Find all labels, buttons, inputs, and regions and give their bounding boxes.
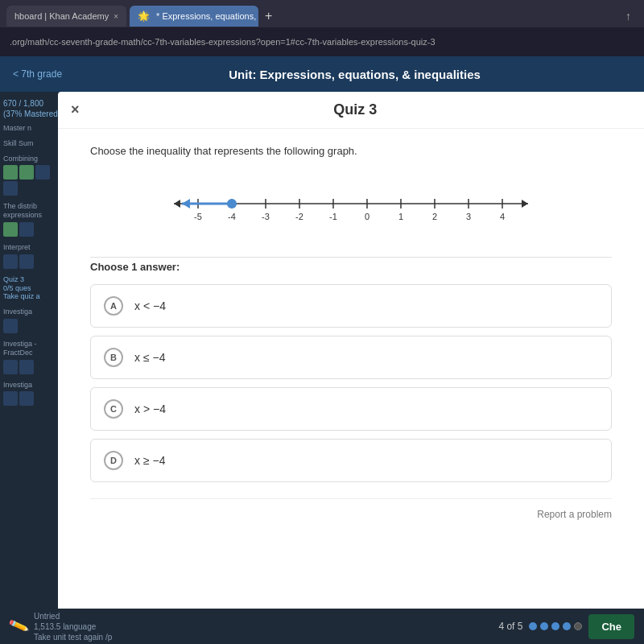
progress-section: 4 of 5 Che <box>498 614 634 639</box>
answer-option-c[interactable]: C x > −4 <box>90 387 612 431</box>
quiz-body: Choose the inequality that represents th… <box>58 129 644 644</box>
option-text-a: x < −4 <box>134 299 166 312</box>
answer-option-d[interactable]: D x ≥ −4 <box>90 439 612 482</box>
sidebar-label-5: Investiga <box>3 308 61 316</box>
bottom-info-line1: Untried <box>34 611 112 621</box>
sidebar-label-6: Investiga - FractDec <box>3 340 61 357</box>
sidebar-section-6: Investiga - FractDec <box>3 340 61 374</box>
tab-dashboard[interactable]: hboard | Khan Academy × <box>6 6 126 27</box>
option-letter-c: C <box>110 404 117 414</box>
option-letter-b: B <box>110 353 117 362</box>
progress-dot-1 <box>529 622 537 630</box>
tab-label: hboard | Khan Academy <box>14 11 109 21</box>
svg-text:2: 2 <box>432 212 437 221</box>
option-letter-a: A <box>110 301 117 311</box>
sidebar-icon <box>35 165 50 180</box>
sidebar-icon <box>3 222 18 237</box>
sidebar-icon <box>19 360 34 374</box>
number-line-dot <box>227 199 237 208</box>
sidebar-icon <box>3 181 18 196</box>
bottom-bar: ✏️ Untried 1,513.5 language Take unit te… <box>0 609 644 644</box>
quiz-modal: × Quiz 3 Choose the inequality that repr… <box>58 92 644 644</box>
quiz-title: Quiz 3 <box>80 101 631 118</box>
ka-header: < 7th grade Unit: Expressions, equations… <box>0 56 644 92</box>
report-problem-button[interactable]: Report a problem <box>537 509 612 520</box>
sidebar-section-2: Combining <box>3 155 61 196</box>
svg-text:4: 4 <box>500 212 505 221</box>
sidebar-icon <box>19 222 34 237</box>
svg-text:3: 3 <box>466 212 471 221</box>
browser-chrome: hboard | Khan Academy × 🌟 * Expressions,… <box>0 0 644 56</box>
sidebar-section-0: Master n <box>3 124 61 133</box>
quiz-close-button[interactable]: × <box>71 101 80 118</box>
sidebar-label-4: Interpret <box>3 243 61 252</box>
address-bar: .org/math/cc-seventh-grade-math/cc-7th-v… <box>0 27 644 56</box>
sidebar-label-quiz: Quiz 30/5 quesTake quiz a <box>3 275 61 301</box>
sidebar-score: 670 / 1,800 (37% Mastered) <box>3 98 61 119</box>
sidebar-label-3: The distrib expressions <box>3 202 61 220</box>
choose-label: Choose 1 answer: <box>90 257 612 273</box>
quiz-question: Choose the inequality that represents th… <box>90 145 612 157</box>
sidebar-icon <box>3 319 18 333</box>
tab-label-active: * Expressions, equations, & ineq <box>156 11 258 21</box>
check-button[interactable]: Che <box>588 614 634 639</box>
option-circle-a: A <box>104 296 123 316</box>
svg-text:-1: -1 <box>329 212 337 221</box>
cursor-icon: ↑ <box>625 10 631 23</box>
option-circle-d: D <box>104 451 123 470</box>
sidebar-section-quiz: Quiz 30/5 quesTake quiz a <box>3 275 61 301</box>
progress-dot-2 <box>540 622 548 630</box>
progress-text: 4 of 5 <box>498 621 522 632</box>
sidebar-icon <box>3 360 18 374</box>
option-letter-d: D <box>110 456 117 465</box>
number-line-arrow <box>182 199 190 208</box>
new-tab-button[interactable]: + <box>262 9 275 23</box>
quiz-header: × Quiz 3 <box>58 92 644 129</box>
sidebar-label-1: Skill Sum <box>3 139 61 148</box>
sidebar-section-7: Investiga <box>3 381 61 407</box>
sidebar-section-3: The distrib expressions <box>3 202 61 237</box>
sidebar-section-4: Interpret <box>3 243 61 269</box>
bottom-info-line3: Take unit test again /p <box>34 632 112 642</box>
progress-dots <box>529 622 582 630</box>
bottom-info: Untried 1,513.5 language Take unit test … <box>34 611 112 642</box>
answer-option-a[interactable]: A x < −4 <box>90 284 612 328</box>
progress-dot-4 <box>563 622 571 630</box>
option-text-c: x > −4 <box>134 402 166 415</box>
back-button[interactable]: < 7th grade <box>13 68 62 80</box>
sidebar: 670 / 1,800 (37% Mastered) Master n Skil… <box>0 92 64 644</box>
main-area: 670 / 1,800 (37% Mastered) Master n Skil… <box>0 92 644 644</box>
option-circle-b: B <box>104 348 123 367</box>
sidebar-icon <box>19 391 34 406</box>
tab-close-icon[interactable]: × <box>114 12 118 21</box>
arrow-right <box>522 200 528 208</box>
sidebar-label-7: Investiga <box>3 381 61 390</box>
svg-text:1: 1 <box>398 212 403 221</box>
bottom-left: ✏️ Untried 1,513.5 language Take unit te… <box>10 611 112 642</box>
sidebar-section-1: Skill Sum <box>3 139 61 148</box>
sidebar-section-5: Investiga <box>3 308 61 333</box>
pencil-icon: ✏️ <box>7 615 30 638</box>
answer-option-b[interactable]: B x ≤ −4 <box>90 336 612 379</box>
svg-text:-2: -2 <box>295 212 303 221</box>
sidebar-icon <box>19 254 34 269</box>
option-text-d: x ≥ −4 <box>134 454 165 467</box>
number-line-svg: -5 -4 -3 -2 -1 0 1 2 3 <box>158 181 544 229</box>
sidebar-icon <box>3 254 18 269</box>
option-circle-c: C <box>104 399 123 419</box>
unit-title: Unit: Expressions, equations, & inequali… <box>78 68 631 81</box>
sidebar-icon <box>3 391 18 406</box>
tab-bar: hboard | Khan Academy × 🌟 * Expressions,… <box>0 0 644 27</box>
progress-dot-5 <box>574 622 582 630</box>
svg-text:-3: -3 <box>262 212 270 221</box>
sidebar-label-0: Master n <box>3 124 61 133</box>
arrow-left <box>174 200 180 208</box>
sidebar-label-2: Combining <box>3 155 61 163</box>
sidebar-icon <box>19 165 34 180</box>
svg-text:-4: -4 <box>228 212 236 221</box>
sidebar-icon <box>3 165 18 180</box>
number-line-container: -5 -4 -3 -2 -1 0 1 2 3 <box>90 173 612 237</box>
tab-expressions[interactable]: 🌟 * Expressions, equations, & ineq × <box>130 6 258 27</box>
option-text-b: x ≤ −4 <box>134 351 165 364</box>
svg-text:-5: -5 <box>194 212 202 221</box>
